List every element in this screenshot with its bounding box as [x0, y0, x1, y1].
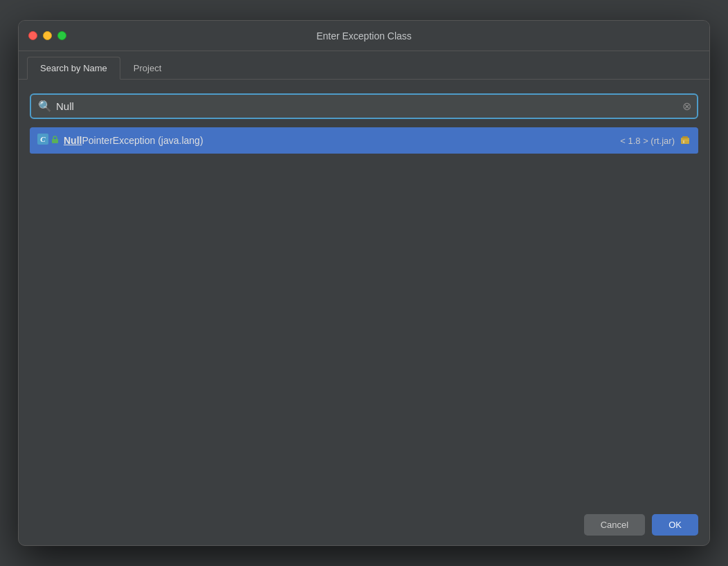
results-list: C NullPointerException (java.lang) < 1.8: [30, 127, 698, 493]
class-icon: C: [37, 133, 49, 148]
result-item[interactable]: C NullPointerException (java.lang) < 1.8: [30, 127, 698, 154]
result-item-icons: C: [37, 133, 60, 148]
svg-rect-4: [682, 136, 688, 138]
dialog-title: Enter Exception Class: [316, 30, 412, 42]
maximize-button[interactable]: [57, 31, 66, 40]
tab-search-by-name[interactable]: Search by Name: [27, 57, 120, 80]
dialog-window: Enter Exception Class Search by Name Pro…: [18, 20, 710, 546]
svg-rect-6: [683, 140, 684, 143]
close-button[interactable]: [28, 31, 37, 40]
result-item-name: NullPointerException (java.lang): [64, 135, 616, 146]
minimize-button[interactable]: [43, 31, 52, 40]
ok-button[interactable]: OK: [652, 514, 698, 536]
tabs-area: Search by Name Project: [19, 51, 709, 80]
content-area: 🔍 ⊗ C: [19, 80, 709, 504]
result-rest: PointerException (java.lang): [82, 135, 203, 146]
title-bar: Enter Exception Class: [19, 21, 709, 51]
jar-icon: [679, 134, 691, 148]
footer: Cancel OK: [19, 504, 709, 545]
traffic-lights: [28, 31, 66, 40]
search-input[interactable]: [30, 93, 698, 119]
search-box-wrapper: 🔍 ⊗: [30, 93, 698, 119]
access-lock-icon: [51, 134, 60, 147]
result-item-meta: < 1.8 > (rt.jar): [620, 134, 691, 148]
svg-rect-5: [681, 140, 689, 141]
svg-rect-2: [52, 139, 58, 143]
result-highlight: Null: [64, 135, 82, 146]
cancel-button[interactable]: Cancel: [584, 514, 645, 536]
svg-text:C: C: [40, 135, 46, 143]
tab-project[interactable]: Project: [120, 57, 174, 80]
clear-search-icon[interactable]: ⊗: [682, 101, 691, 112]
